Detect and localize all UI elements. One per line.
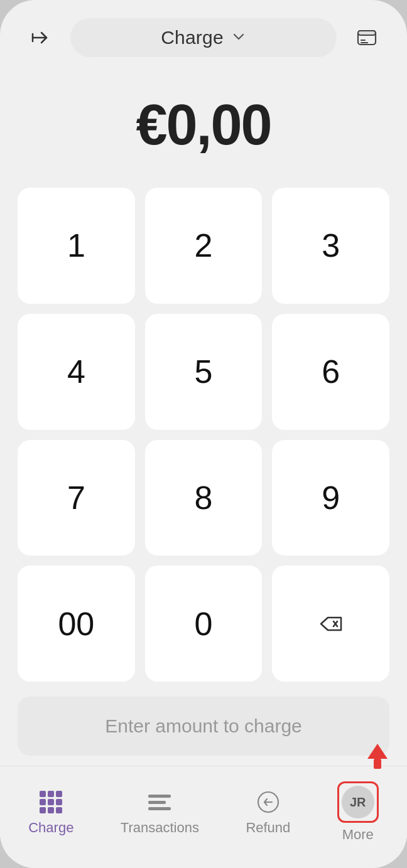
key-4[interactable]: 4	[18, 314, 135, 430]
transactions-nav-label: Transactions	[121, 820, 199, 836]
keypad-row-3: 7 8 9	[18, 440, 389, 556]
card-reader-icon	[355, 26, 379, 50]
charge-grid	[40, 791, 62, 813]
refund-nav-label: Refund	[246, 820, 290, 836]
phone-frame: Charge €0,00 1 2 3 4 5	[0, 0, 407, 868]
keypad: 1 2 3 4 5 6 7 8 9 00 0	[0, 188, 407, 682]
bottom-nav: Charge Transactions Refund	[0, 766, 407, 868]
more-nav-outline: JR	[337, 781, 379, 823]
arrow-indicator	[360, 739, 395, 776]
back-icon	[30, 28, 50, 48]
charge-nav-icon	[37, 788, 65, 816]
header: Charge	[0, 0, 407, 68]
keypad-row-1: 1 2 3	[18, 188, 389, 304]
refund-nav-icon	[254, 788, 282, 816]
key-5[interactable]: 5	[145, 314, 263, 430]
keypad-row-2: 4 5 6	[18, 314, 389, 430]
nav-item-more[interactable]: JR More	[327, 776, 389, 848]
more-nav-label: More	[342, 827, 374, 843]
back-button[interactable]	[20, 18, 60, 58]
keypad-row-4: 00 0	[18, 565, 389, 682]
charge-amount-button[interactable]: Enter amount to charge	[18, 697, 389, 756]
key-9[interactable]: 9	[272, 440, 389, 556]
svg-rect-11	[374, 759, 381, 769]
key-6[interactable]: 6	[272, 314, 389, 430]
nav-item-transactions[interactable]: Transactions	[111, 783, 209, 841]
key-00[interactable]: 00	[18, 565, 135, 682]
nav-item-refund[interactable]: Refund	[236, 783, 300, 841]
amount-display: €0,00	[0, 68, 407, 188]
nav-item-charge[interactable]: Charge	[18, 783, 84, 841]
avatar: JR	[342, 786, 374, 818]
charge-button-area: Enter amount to charge	[0, 682, 407, 766]
key-2[interactable]: 2	[145, 188, 263, 304]
key-7[interactable]: 7	[18, 440, 135, 556]
svg-marker-10	[367, 744, 388, 759]
card-reader-button[interactable]	[347, 18, 387, 58]
backspace-icon	[317, 610, 345, 638]
key-backspace[interactable]	[272, 565, 389, 682]
svg-rect-3	[358, 31, 376, 35]
key-1[interactable]: 1	[18, 188, 135, 304]
charge-dropdown-label: Charge	[161, 27, 224, 48]
transactions-nav-icon	[146, 788, 173, 816]
key-8[interactable]: 8	[145, 440, 263, 556]
charge-dropdown[interactable]: Charge	[70, 18, 337, 57]
key-0[interactable]: 0	[145, 565, 263, 682]
chevron-down-icon	[231, 29, 246, 46]
key-3[interactable]: 3	[272, 188, 389, 304]
amount-value: €0,00	[136, 94, 271, 156]
charge-nav-label: Charge	[28, 820, 73, 836]
